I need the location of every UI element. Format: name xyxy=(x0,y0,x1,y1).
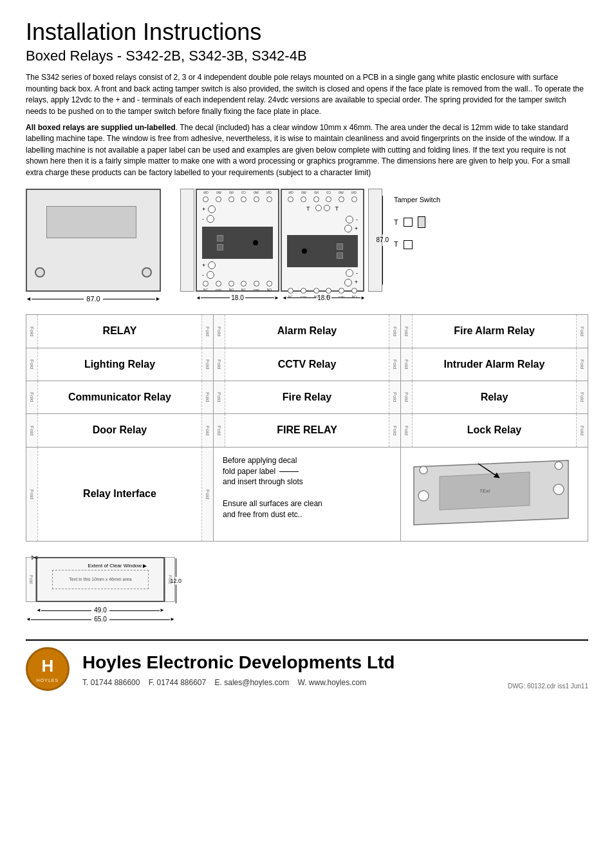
fax-number: 01744 886607 xyxy=(156,678,206,687)
window-dimensions: ◄ 49.0 ► ◄ 65.0 ► xyxy=(26,606,175,624)
label-text-relay2: Relay xyxy=(413,381,576,413)
fold-left-relay-interface: Fold xyxy=(26,448,38,541)
company-name: Hoyles Electronic Developments Ltd xyxy=(82,650,495,675)
email-address: sales@hoyles.com xyxy=(224,678,289,687)
label-cell-communicator-relay: Fold Communicator Relay Fold xyxy=(26,381,214,414)
company-logo: H HOYLES xyxy=(26,647,70,691)
fold-left-relay: Fold xyxy=(26,315,38,347)
label-cell-lighting-relay: Fold Lighting Relay Fold xyxy=(26,348,214,381)
screw-bottom-left xyxy=(35,267,45,278)
clear-window-box: Extent of Clear Window ► Text in this 10… xyxy=(52,570,149,589)
t-label-1: T xyxy=(394,218,398,227)
tel-number: 01744 886600 xyxy=(91,678,140,687)
enclosure-box xyxy=(26,189,161,292)
intro2-bold: All boxed relays are supplied un-labelle… xyxy=(26,123,176,132)
svg-point-6 xyxy=(555,462,563,469)
window-box: ✂ Extent of Clear Window ► Text in this … xyxy=(36,557,165,602)
pcb-main: 87.0 ONW0C0N0W0ON xyxy=(196,189,366,303)
footer: H HOYLES Hoyles Electronic Developments … xyxy=(26,639,588,691)
enclosure-drawing: ◄ 87.0 ► xyxy=(26,189,167,304)
labels-section: Fold RELAY Fold Fold Alarm Relay Fold Fo… xyxy=(26,314,588,542)
logo-subtitle: HOYLES xyxy=(37,677,59,684)
dim-87: 87.0 xyxy=(84,294,102,304)
dim-18-left: 18.0 xyxy=(230,294,245,303)
fold-right-lock-relay: Fold xyxy=(576,414,588,446)
dim-49: 49.0 xyxy=(91,606,109,615)
fold-right-alarm-relay: Fold xyxy=(389,315,400,347)
fold-left-fire-alarm-relay: Fold xyxy=(401,315,413,347)
svg-point-5 xyxy=(420,466,427,474)
fold-right-fire-alarm-relay: Fold xyxy=(576,315,588,347)
fax-label: F. xyxy=(149,678,154,687)
application-text: Before applying decal fold paper label a… xyxy=(214,448,400,528)
fold-right-relay: Fold xyxy=(201,315,213,347)
label-text-relay: RELAY xyxy=(38,315,201,347)
label-text-lighting-relay: Lighting Relay xyxy=(38,348,201,381)
dim-12-indicator: 12.0 xyxy=(170,558,181,603)
enclosure-label-window xyxy=(46,206,136,238)
dim-87-vertical: 87.0 xyxy=(375,189,390,292)
label-text-alarm-relay: Alarm Relay xyxy=(225,315,389,347)
logo-h-letter: H xyxy=(42,654,54,677)
tel-label: T. xyxy=(82,678,88,687)
label-text-relay-interface: Relay Interface xyxy=(38,448,201,541)
label-diagram-svg: TExt xyxy=(401,448,581,538)
text-area-label: Text in this 10mm x 46mm area xyxy=(68,576,132,583)
label-text-door-relay: Door Relay xyxy=(38,414,201,446)
svg-point-4 xyxy=(554,484,564,495)
svg-point-3 xyxy=(418,491,429,501)
label-cell-cctv-relay: Fold CCTV Relay Fold xyxy=(214,348,401,381)
fold-right-door-relay: Fold xyxy=(201,414,213,446)
dwg-reference: DWG: 60132.cdr iss1 Jun11 xyxy=(508,682,588,691)
fold-left-relay2: Fold xyxy=(401,381,413,413)
fold-left-communicator-relay: Fold xyxy=(26,381,38,413)
label-cell-alarm-relay: Fold Alarm Relay Fold xyxy=(214,315,401,348)
email-label: E. xyxy=(215,678,222,687)
fold-left-lighting-relay: Fold xyxy=(26,348,38,381)
label-text-fire-alarm-relay: Fire Alarm Relay xyxy=(413,315,576,347)
fold-right-relay2: Fold xyxy=(576,381,588,413)
label-text-communicator-relay: Communicator Relay xyxy=(38,381,201,413)
label-text-intruder-alarm-relay: Intruder Alarm Relay xyxy=(413,348,576,381)
label-cell-relay-interface: Fold Relay Interface Fold xyxy=(26,448,214,542)
label-text-cctv-relay: CCTV Relay xyxy=(225,348,389,381)
fold-left-fire-relay: Fold xyxy=(214,381,225,413)
fold-right-communicator-relay: Fold xyxy=(201,381,213,413)
window-diagram-left: Fold ✂ Extent of Clear Window ► Text in … xyxy=(26,557,175,624)
tamper-switch-body xyxy=(418,216,425,228)
fold-right-fire-relay: Fold xyxy=(389,381,400,413)
label-cell-fire-relay: Fold Fire Relay Fold xyxy=(214,381,401,414)
fold-right-fire-relay-caps: Fold xyxy=(389,414,400,446)
fold-left-cctv-relay: Fold xyxy=(214,348,225,381)
dim-65: 65.0 xyxy=(91,615,109,624)
tamper-switch-diagram: Tamper Switch T T xyxy=(394,195,440,250)
intro-paragraph-2: All boxed relays are supplied un-labelle… xyxy=(26,122,588,178)
fold-left-lock-relay: Fold xyxy=(401,414,413,446)
fold-left-fire-relay-caps: Fold xyxy=(214,414,225,446)
label-cell-fire-alarm-relay: Fold Fire Alarm Relay Fold xyxy=(401,315,588,348)
intro-paragraph-1: The S342 series of boxed relays consist … xyxy=(26,72,588,117)
labels-grid: Fold RELAY Fold Fold Alarm Relay Fold Fo… xyxy=(26,314,588,542)
web-address: www.hoyles.com xyxy=(309,678,366,687)
scissors-icon: ✂ xyxy=(31,552,39,565)
screw-bottom-right xyxy=(142,267,152,278)
web-label: W. xyxy=(297,678,306,687)
label-cell-relay: Fold RELAY Fold xyxy=(26,315,214,348)
tamper-circle-top xyxy=(404,218,413,227)
clear-window-label: Extent of Clear Window ► xyxy=(88,561,149,571)
label-cell-intruder-alarm-relay: Fold Intruder Alarm Relay Fold xyxy=(401,348,588,381)
fold-right-intruder-alarm-relay: Fold xyxy=(576,348,588,381)
label-cell-door-relay: Fold Door Relay Fold xyxy=(26,414,214,447)
label-text-fire-relay: Fire Relay xyxy=(225,381,389,413)
tamper-circle-bottom xyxy=(404,240,413,249)
t-label-2: T xyxy=(394,240,398,249)
tamper-label: Tamper Switch xyxy=(394,195,440,205)
page-subtitle: Boxed Relays - S342-2B, S342-3B, S342-4B xyxy=(26,46,588,66)
fold-right-cctv-relay: Fold xyxy=(389,348,400,381)
fold-right-lighting-relay: Fold xyxy=(201,348,213,381)
page-title: Installation Instructions xyxy=(26,19,588,45)
fold-left-door-relay: Fold xyxy=(26,414,38,446)
label-diagram-cell: TExt xyxy=(401,448,588,542)
application-instructions-cell: Before applying decal fold paper label a… xyxy=(214,448,401,542)
label-text-fire-relay-caps: FIRE RELAY xyxy=(225,414,389,446)
